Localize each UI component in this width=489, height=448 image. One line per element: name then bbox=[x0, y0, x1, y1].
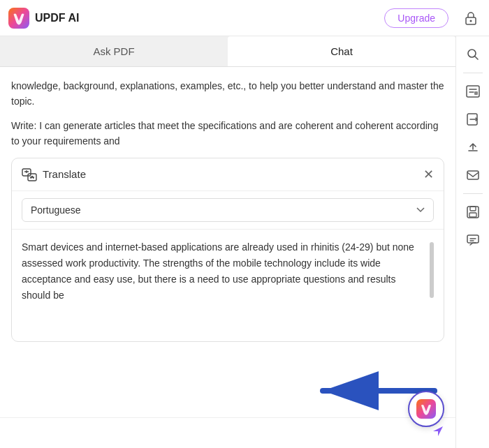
svg-rect-11 bbox=[467, 171, 479, 179]
app-title: UPDF AI bbox=[35, 12, 79, 24]
bottom-bar bbox=[0, 417, 455, 448]
send-button[interactable] bbox=[430, 424, 446, 442]
translate-header: Translate ✕ bbox=[12, 158, 444, 191]
tab-chat[interactable]: Chat bbox=[228, 36, 455, 66]
right-sidebar bbox=[455, 36, 489, 448]
updf-logo-icon bbox=[8, 8, 29, 29]
upgrade-button[interactable]: Upgrade bbox=[384, 8, 448, 28]
tab-ask-pdf[interactable]: Ask PDF bbox=[0, 36, 228, 66]
translated-text-area: Smart devices and internet-based applica… bbox=[12, 230, 444, 341]
message-2: Write: I can generate articles that meet… bbox=[11, 118, 444, 149]
save-sidebar-icon[interactable] bbox=[460, 200, 486, 225]
svg-rect-9 bbox=[474, 91, 478, 95]
svg-point-2 bbox=[470, 20, 472, 22]
tab-bar: Ask PDF Chat bbox=[0, 36, 455, 67]
sidebar-divider-1 bbox=[463, 73, 483, 73]
translate-icon bbox=[22, 167, 37, 182]
chat-sidebar-icon[interactable] bbox=[460, 227, 486, 253]
upload-sidebar-icon[interactable] bbox=[460, 135, 486, 160]
translate-title: Translate bbox=[43, 168, 423, 180]
updf-ai-float-button[interactable] bbox=[408, 391, 444, 427]
language-select-row: Portuguese English Spanish French German bbox=[12, 191, 444, 230]
email-sidebar-icon[interactable] bbox=[460, 163, 486, 188]
language-select[interactable]: Portuguese English Spanish French German bbox=[22, 198, 434, 222]
convert-sidebar-icon[interactable] bbox=[460, 107, 486, 132]
logo-area: UPDF AI bbox=[8, 8, 384, 29]
search-sidebar-icon[interactable] bbox=[460, 42, 486, 67]
translated-text: Smart devices and internet-based applica… bbox=[22, 239, 430, 331]
sidebar-divider-2 bbox=[463, 193, 483, 194]
svg-rect-6 bbox=[416, 399, 436, 419]
message-1: knowledge, background, explanations, exa… bbox=[11, 78, 444, 110]
svg-rect-0 bbox=[8, 8, 29, 29]
main-area: Ask PDF Chat knowledge, background, expl… bbox=[0, 36, 489, 448]
app-header: UPDF AI Upgrade bbox=[0, 0, 489, 36]
translate-close-button[interactable]: ✕ bbox=[423, 168, 434, 181]
svg-rect-8 bbox=[467, 86, 479, 97]
left-panel: Ask PDF Chat knowledge, background, expl… bbox=[0, 36, 455, 448]
ocr-sidebar-icon[interactable] bbox=[460, 79, 486, 104]
chat-content: knowledge, background, explanations, exa… bbox=[0, 67, 455, 417]
scrollbar[interactable] bbox=[430, 242, 434, 298]
lock-icon[interactable] bbox=[461, 8, 481, 28]
svg-point-7 bbox=[468, 50, 476, 57]
svg-rect-13 bbox=[470, 207, 476, 211]
content-wrapper: knowledge, background, explanations, exa… bbox=[0, 67, 455, 448]
svg-rect-14 bbox=[469, 213, 476, 217]
translate-card: Translate ✕ Portuguese English Spanish F… bbox=[11, 158, 444, 342]
